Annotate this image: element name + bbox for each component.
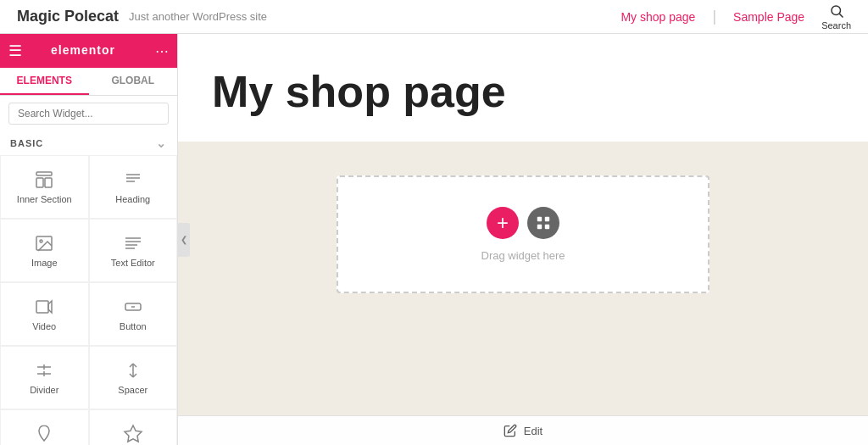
svg-rect-15 [36, 301, 48, 313]
svg-rect-5 [45, 178, 52, 187]
elementor-logo: elementor [22, 42, 155, 60]
sidebar: ☰ elementor ⋯ ELEMENTS GLOBAL [0, 34, 178, 445]
text-editor-icon [123, 233, 143, 253]
inner-section-icon [34, 170, 54, 190]
button-icon [123, 297, 143, 317]
nav-sample-link[interactable]: Sample Page [733, 10, 804, 24]
tab-global[interactable]: GLOBAL [89, 68, 178, 95]
tab-elements[interactable]: ELEMENTS [0, 68, 89, 95]
sidebar-collapse-handle[interactable]: ❮ [178, 223, 190, 257]
svg-rect-32 [537, 225, 542, 229]
sidebar-topbar: ☰ elementor ⋯ [0, 34, 177, 68]
google-maps-icon [34, 424, 54, 444]
drag-widget-text: Drag widget here [481, 249, 565, 262]
widget-button[interactable]: Button [89, 282, 178, 346]
basic-chevron-icon: ⌄ [156, 136, 167, 150]
heading-icon [123, 170, 143, 190]
widget-icon[interactable]: Icon [89, 409, 178, 445]
page-beige-section[interactable]: + Drag widget here [178, 142, 868, 445]
edit-label[interactable]: Edit [524, 425, 542, 437]
nav-shop-link[interactable]: My shop page [620, 10, 695, 24]
widget-divider[interactable]: Divider [0, 346, 89, 409]
widget-inner-section[interactable]: Inner Section [0, 155, 89, 219]
widget-video-label: Video [32, 321, 56, 331]
svg-rect-30 [537, 217, 542, 221]
grid-icon [536, 215, 551, 231]
search-icon [829, 3, 844, 19]
widget-button-label: Button [120, 321, 147, 331]
spacer-icon [123, 360, 143, 381]
site-tagline: Just another WordPress site [129, 10, 267, 23]
widget-divider-label: Divider [30, 385, 58, 395]
widget-spacer[interactable]: Spacer [89, 346, 178, 409]
basic-section-title: BASIC [10, 138, 43, 148]
elementor-logo-svg: elementor [51, 42, 127, 58]
page-white-section: My shop page [178, 34, 868, 142]
widget-text-editor[interactable]: Text Editor [89, 219, 178, 282]
canvas: My shop page + Drag widget here [178, 34, 868, 445]
svg-rect-3 [36, 172, 52, 175]
sidebar-search [0, 96, 177, 131]
widget-grid: Inner Section Heading Image [0, 155, 177, 445]
search-label: Search [821, 20, 851, 31]
widget-google-maps[interactable]: Google Maps [0, 409, 89, 445]
svg-rect-4 [36, 178, 43, 187]
video-icon [34, 297, 54, 317]
nav-divider: | [712, 8, 716, 25]
search-button[interactable]: Search [821, 3, 851, 31]
svg-marker-29 [125, 426, 142, 442]
widget-image[interactable]: Image [0, 219, 89, 282]
hamburger-icon[interactable]: ☰ [8, 42, 22, 60]
canvas-footer: Edit [178, 415, 868, 445]
widget-image-label: Image [31, 258, 58, 268]
svg-point-0 [832, 6, 841, 15]
svg-point-28 [42, 429, 47, 433]
svg-point-10 [40, 240, 42, 242]
main-layout: ☰ elementor ⋯ ELEMENTS GLOBAL [0, 34, 868, 445]
svg-rect-33 [545, 225, 549, 229]
svg-text:elementor: elementor [51, 43, 115, 57]
svg-rect-31 [545, 217, 549, 221]
widget-heading[interactable]: Heading [89, 155, 178, 219]
top-nav: My shop page | Sample Page Search [620, 3, 851, 31]
widget-spacer-label: Spacer [118, 385, 147, 395]
widget-video[interactable]: Video [0, 282, 89, 346]
image-icon [34, 233, 54, 253]
edit-icon [504, 424, 517, 437]
grid-button[interactable] [527, 207, 559, 239]
svg-line-1 [839, 14, 843, 17]
drop-zone-buttons: + [487, 207, 559, 239]
add-widget-button[interactable]: + [487, 207, 519, 239]
widget-text-editor-label: Text Editor [111, 258, 155, 268]
icon-widget-icon [123, 424, 143, 444]
divider-icon [34, 360, 54, 381]
widget-heading-label: Heading [115, 194, 150, 204]
page-heading: My shop page [212, 68, 834, 116]
site-title: Magic Polecat [17, 8, 119, 25]
basic-section-header[interactable]: BASIC ⌄ [0, 131, 177, 155]
search-widget-input[interactable] [8, 103, 169, 125]
sidebar-tabs: ELEMENTS GLOBAL [0, 68, 177, 96]
sidebar-wrapper: ☰ elementor ⋯ ELEMENTS GLOBAL [0, 34, 178, 445]
top-bar: Magic Polecat Just another WordPress sit… [0, 0, 868, 34]
drop-zone[interactable]: + Drag widget here [337, 175, 709, 293]
widget-inner-section-label: Inner Section [17, 194, 72, 204]
apps-icon[interactable]: ⋯ [155, 43, 169, 59]
